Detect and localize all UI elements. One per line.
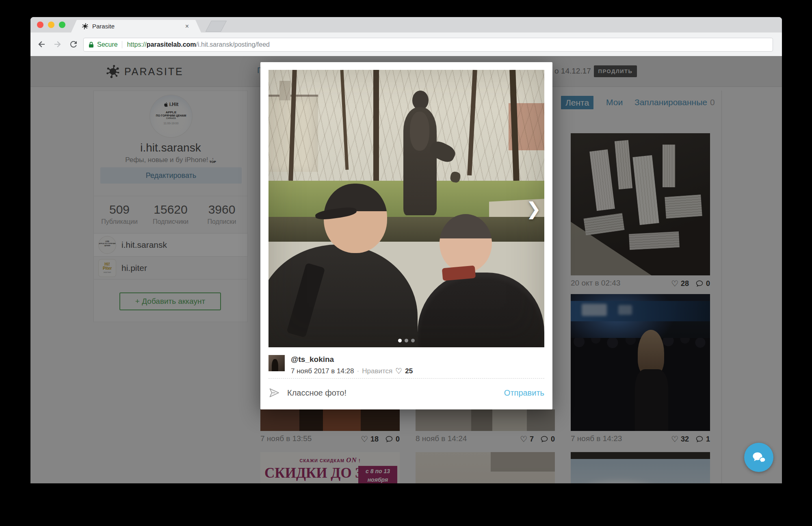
carousel-dot-3[interactable] [411,339,415,342]
comment-input-row[interactable]: Классное фото! Отправить [269,384,544,402]
modal-separator [269,378,544,379]
url-path: /i.hit.saransk/posting/feed [196,41,270,48]
lock-icon [89,41,94,48]
carousel-dot-2[interactable] [405,339,408,342]
url-scheme: https:// [127,41,147,48]
close-window-button[interactable] [37,22,43,28]
reload-icon[interactable] [69,39,78,49]
modal-username[interactable]: @ts_kokina [291,355,413,364]
carousel-next-icon[interactable]: ❯ [526,200,541,218]
modal-post-date: 7 нояб 2017 в 14:28 [291,367,354,375]
back-icon[interactable] [37,39,47,49]
modal-photo: ❯ [269,70,544,347]
page-viewport: PARASITE П о 14.12.17 ПРОДЛИТЬ i.Hit APP… [30,56,782,483]
secure-badge: Secure [97,41,118,48]
new-tab-button[interactable] [206,21,227,32]
carousel-dots [269,339,544,342]
url-domain: parasitelab.com [147,41,196,48]
fullscreen-window-button[interactable] [59,22,65,28]
carousel-dot-1[interactable] [398,339,402,342]
paper-plane-icon [269,387,280,398]
post-modal: ❯ @ts_kokina 7 нояб 2017 в 14:28 · Нрави… [260,62,552,409]
heart-icon[interactable]: ♡ [395,366,402,376]
browser-tab-bar: Parasite × [30,17,782,32]
parasite-favicon-icon [82,23,89,30]
forward-icon[interactable] [52,39,62,49]
browser-tab[interactable]: Parasite × [71,20,201,32]
minimize-window-button[interactable] [48,22,54,28]
send-comment-button[interactable]: Отправить [504,388,544,398]
modal-user-row: @ts_kokina 7 нояб 2017 в 14:28 · Нравитс… [269,355,413,376]
browser-window: Parasite × Secure https://parasitelab.co… [30,17,782,483]
comment-input-text[interactable]: Классное фото! [287,388,504,398]
modal-user-avatar[interactable] [269,355,285,371]
tab-close-icon[interactable]: × [185,23,189,30]
url-text[interactable]: https://parasitelab.com/i.hit.saransk/po… [127,41,270,48]
chat-bubbles-icon [751,449,767,465]
like-count: 25 [405,367,413,375]
address-bar[interactable]: Secure https://parasitelab.com/i.hit.sar… [83,38,773,52]
modal-post-meta: 7 нояб 2017 в 14:28 · Нравится ♡ 25 [291,366,413,376]
browser-toolbar: Secure https://parasitelab.com/i.hit.sar… [30,32,782,56]
url-separator [122,41,122,48]
like-label[interactable]: Нравится [362,367,392,375]
chat-widget-button[interactable] [744,443,773,472]
tab-title: Parasite [92,23,185,30]
